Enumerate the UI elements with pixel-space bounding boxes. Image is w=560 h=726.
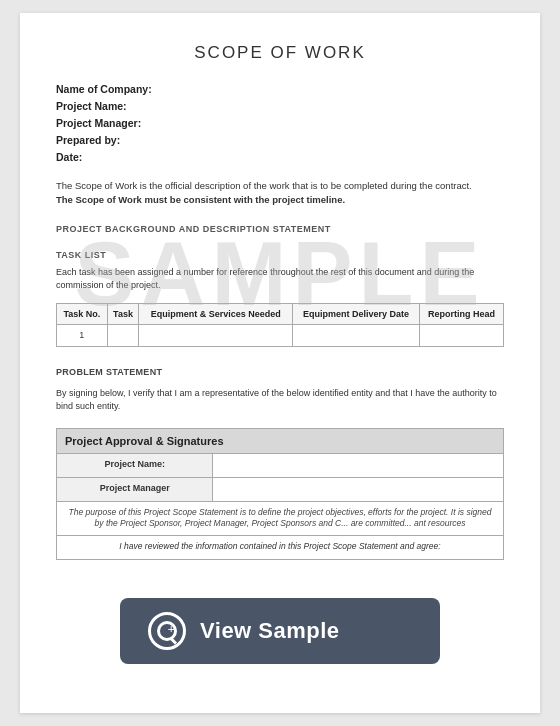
description-text: The Scope of Work is the official descri… [56, 179, 504, 208]
field-date: Date: [56, 151, 504, 163]
approval-project-name-label: Project Name: [57, 453, 213, 477]
field-project-name: Project Name: [56, 100, 504, 112]
approval-project-name-row: Project Name: [57, 453, 504, 477]
cell-reporting-head [420, 324, 504, 346]
col-reporting-head: Reporting Head [420, 303, 504, 324]
search-plus-icon: + [148, 612, 186, 650]
task-table: Task No. Task Equipment & Services Neede… [56, 303, 504, 347]
approval-table: Project Approval & Signatures Project Na… [56, 428, 504, 561]
problem-heading: PROBLEM STATEMENT [56, 367, 504, 377]
section-background: PROJECT BACKGROUND AND DESCRIPTION STATE… [56, 224, 504, 234]
col-task: Task [107, 303, 139, 324]
col-delivery-date: Equipment Delivery Date [293, 303, 420, 324]
cell-task [107, 324, 139, 346]
cell-delivery [293, 324, 420, 346]
plus-sign: + [168, 621, 175, 637]
view-sample-button[interactable]: + View Sample [120, 598, 440, 664]
cell-task-no: 1 [57, 324, 108, 346]
approval-purpose-text: The purpose of this Project Scope Statem… [57, 501, 504, 536]
approval-title: Project Approval & Signatures [57, 428, 504, 453]
approval-last-row: I have reviewed the information containe… [57, 536, 504, 560]
approval-last-line: I have reviewed the information containe… [57, 536, 504, 560]
field-prepared-by: Prepared by: [56, 134, 504, 146]
table-row: 1 [57, 324, 504, 346]
approval-manager-row: Project Manager [57, 477, 504, 501]
cell-equipment [139, 324, 293, 346]
col-equipment-services: Equipment & Services Needed [139, 303, 293, 324]
col-task-no: Task No. [57, 303, 108, 324]
view-sample-label: View Sample [200, 618, 340, 644]
page-title: SCOPE OF WORK [56, 43, 504, 63]
problem-text: By signing below, I verify that I am a r… [56, 387, 504, 414]
approval-project-name-value [213, 453, 504, 477]
task-list-description: Each task has been assigned a number for… [56, 266, 504, 293]
approval-purpose-row: The purpose of this Project Scope Statem… [57, 501, 504, 536]
section-task-list: TASK LIST [56, 250, 504, 260]
approval-manager-value [213, 477, 504, 501]
approval-manager-label: Project Manager [57, 477, 213, 501]
field-project-manager: Project Manager: [56, 117, 504, 129]
description-bold: The Scope of Work must be consistent wit… [56, 194, 345, 205]
field-company: Name of Company: [56, 83, 504, 95]
